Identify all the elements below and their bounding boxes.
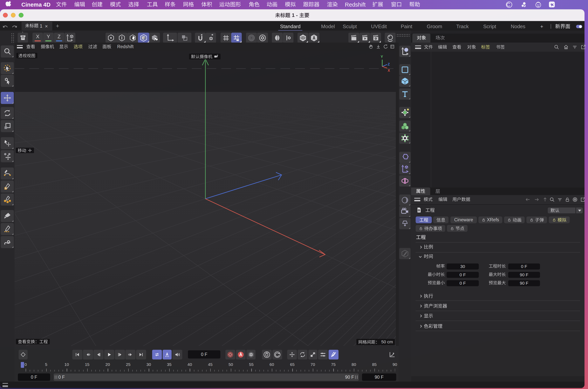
svg-text:X: X [388,68,390,72]
svg-text:Z: Z [388,62,390,66]
svg-text:Y: Y [381,55,383,59]
